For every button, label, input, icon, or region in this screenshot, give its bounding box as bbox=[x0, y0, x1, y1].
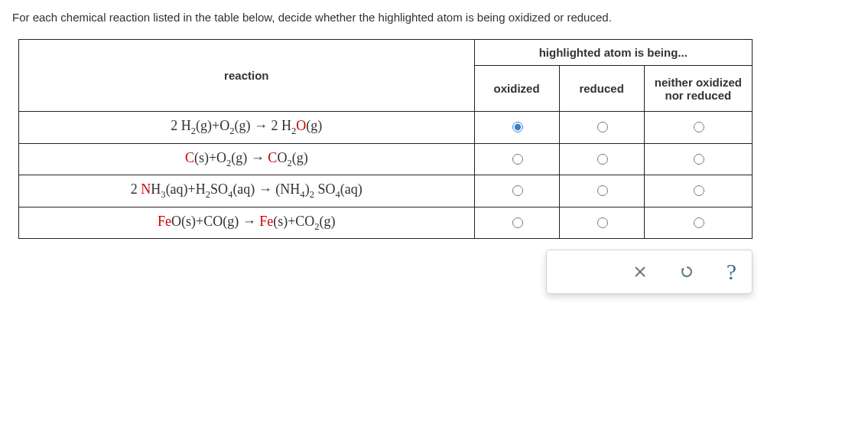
undo-icon bbox=[679, 264, 694, 279]
radio-neither[interactable] bbox=[694, 122, 704, 132]
reset-button[interactable] bbox=[676, 261, 697, 283]
col-header-reduced-text: reduced bbox=[579, 82, 623, 95]
table-row: 2 H2(g)+O2(g) → 2 H2O(g) bbox=[19, 112, 753, 144]
radio-oxidized[interactable] bbox=[512, 217, 523, 228]
highlighted-atom: N bbox=[141, 181, 151, 197]
radio-reduced[interactable] bbox=[597, 154, 608, 165]
col-header-reaction-text: reaction bbox=[224, 69, 268, 82]
radio-neither[interactable] bbox=[694, 185, 704, 196]
col-header-oxidized: oxidized bbox=[474, 66, 559, 112]
radio-reduced[interactable] bbox=[597, 217, 608, 228]
help-button[interactable]: ? bbox=[723, 257, 740, 286]
reaction-equation: C(s)+O2(g) → CO2(g) bbox=[19, 143, 475, 175]
reaction-equation: FeO(s)+CO(g) → Fe(s)+CO2(g) bbox=[19, 207, 475, 239]
answer-toolbar: ? bbox=[546, 250, 753, 294]
col-header-neither: neither oxidized nor reduced bbox=[644, 66, 752, 112]
table-row: 2 NH3(aq)+H2SO4(aq) → (NH4)2 SO4(aq) bbox=[19, 175, 753, 207]
table-row: C(s)+O2(g) → CO2(g) bbox=[19, 143, 753, 175]
close-icon bbox=[633, 265, 647, 279]
highlighted-atom: C bbox=[185, 150, 194, 165]
highlighted-atom: Fe bbox=[259, 214, 273, 229]
radio-reduced[interactable] bbox=[597, 122, 608, 132]
radio-neither[interactable] bbox=[694, 217, 704, 228]
radio-reduced[interactable] bbox=[597, 185, 608, 196]
reaction-equation: 2 NH3(aq)+H2SO4(aq) → (NH4)2 SO4(aq) bbox=[19, 175, 475, 207]
col-header-reaction: reaction bbox=[19, 40, 475, 112]
highlighted-atom: C bbox=[268, 150, 277, 165]
radio-oxidized[interactable] bbox=[512, 185, 523, 196]
table-row: FeO(s)+CO(g) → Fe(s)+CO2(g) bbox=[19, 207, 753, 239]
reactions-table: reaction highlighted atom is being... ox… bbox=[18, 39, 753, 239]
question-prompt: For each chemical reaction listed in the… bbox=[12, 9, 856, 25]
col-header-oxidized-text: oxidized bbox=[494, 82, 540, 95]
radio-neither[interactable] bbox=[694, 154, 704, 165]
reaction-equation: 2 H2(g)+O2(g) → 2 H2O(g) bbox=[19, 112, 475, 144]
col-header-neither-text: neither oxidized nor reduced bbox=[655, 76, 742, 102]
radio-oxidized[interactable] bbox=[512, 154, 523, 165]
radio-oxidized[interactable] bbox=[512, 122, 523, 132]
clear-button[interactable] bbox=[630, 262, 650, 282]
col-header-group-text: highlighted atom is being... bbox=[539, 46, 688, 59]
highlighted-atom: Fe bbox=[158, 214, 171, 229]
highlighted-atom: O bbox=[296, 118, 306, 133]
col-header-group: highlighted atom is being... bbox=[474, 40, 752, 66]
col-header-reduced: reduced bbox=[559, 66, 644, 112]
